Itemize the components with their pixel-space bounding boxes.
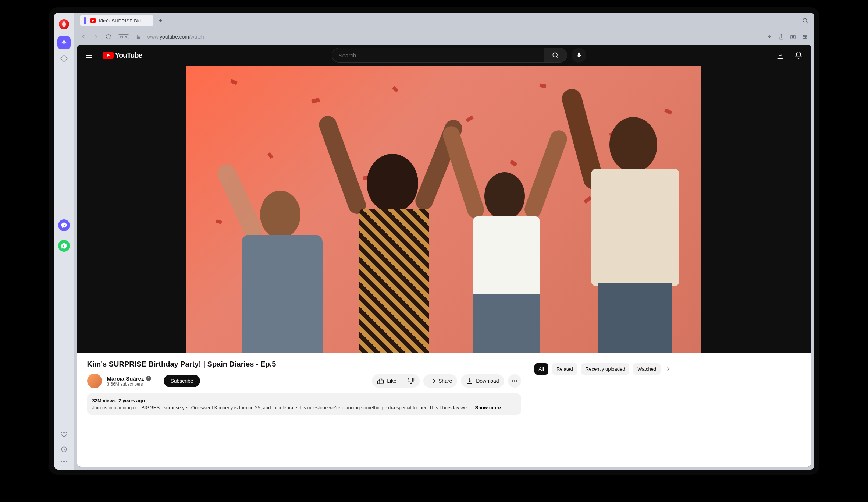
reload-icon[interactable]	[106, 34, 111, 40]
channel-name[interactable]: Márcia Suárez	[107, 375, 152, 382]
url-path: /watch	[189, 34, 204, 40]
url-display[interactable]: www.youtube.com/watch	[147, 34, 204, 40]
opera-sidebar	[54, 13, 74, 470]
notifications-icon[interactable]	[794, 51, 803, 59]
video-person	[451, 124, 558, 353]
chip-recent[interactable]: Recently uploaded	[581, 363, 630, 375]
microphone-icon	[576, 52, 582, 59]
url-domain: youtube.com	[160, 34, 189, 40]
screen: Kim's SUPRISE Birt + VPN www.youtube.com…	[54, 13, 814, 470]
verified-icon	[146, 376, 151, 381]
video-container	[77, 66, 811, 353]
url-prefix: www.	[147, 34, 160, 40]
subscribe-button[interactable]: Subscribe	[164, 375, 200, 387]
addr-right-controls	[766, 34, 808, 40]
channel-row: Márcia Suárez 3.66M subscribers Subscrib…	[87, 374, 521, 388]
chevron-right-icon	[665, 365, 672, 372]
svg-point-12	[512, 380, 513, 381]
youtube-favicon-icon	[90, 18, 96, 23]
more-actions-button[interactable]	[508, 374, 521, 388]
more-icon[interactable]	[61, 461, 67, 462]
youtube-header: YouTube	[77, 45, 811, 66]
sidebar-messenger-icon[interactable]	[58, 219, 70, 231]
svg-point-1	[803, 18, 807, 22]
hamburger-menu-icon[interactable]	[86, 53, 92, 58]
search-input[interactable]	[332, 48, 544, 63]
like-button[interactable]: Like	[372, 374, 402, 388]
youtube-logo-icon	[103, 52, 114, 59]
related-chips: All Related Recently uploaded Watched	[534, 362, 672, 375]
chip-all[interactable]: All	[534, 363, 548, 375]
video-person	[334, 110, 448, 353]
download-arrow-icon	[466, 377, 473, 385]
like-dislike-group: Like	[372, 374, 420, 388]
new-tab-button[interactable]: +	[156, 16, 165, 25]
nav-controls: VPN	[81, 34, 141, 40]
search-button[interactable]	[544, 48, 567, 63]
search-icon	[552, 52, 559, 59]
sidebar-bottom-group	[61, 431, 67, 462]
sidebar-whatsapp-icon[interactable]	[58, 240, 70, 252]
browser-tab[interactable]: Kim's SUPRISE Birt	[80, 15, 153, 26]
voice-search-button[interactable]	[572, 48, 586, 63]
tab-bar: Kim's SUPRISE Birt +	[74, 13, 814, 29]
chip-watched[interactable]: Watched	[633, 363, 661, 375]
screenshot-icon[interactable]	[790, 34, 796, 40]
chips-next-button[interactable]	[665, 365, 672, 372]
svg-rect-2	[136, 36, 139, 39]
thumbs-up-icon	[377, 377, 384, 385]
sidebar-speed-dial-icon[interactable]	[60, 55, 68, 62]
easy-setup-icon[interactable]	[802, 34, 808, 40]
share-icon[interactable]	[778, 34, 784, 40]
dislike-button[interactable]	[402, 374, 420, 388]
video-person	[220, 139, 334, 353]
description-meta: 32M views 2 years ago	[92, 398, 516, 403]
below-video: Kim's SURPRISE Birthday Party! | Spain D…	[77, 353, 811, 467]
video-person	[562, 88, 683, 353]
more-horizontal-icon	[511, 377, 518, 385]
laptop-frame: Kim's SUPRISE Birt + VPN www.youtube.com…	[49, 7, 819, 475]
description-text: Join us in planning our BIGGEST surprise…	[92, 405, 472, 410]
share-arrow-icon	[428, 377, 436, 385]
video-info: Kim's SURPRISE Birthday Party! | Spain D…	[87, 360, 521, 459]
address-bar: VPN www.youtube.com/watch	[74, 29, 814, 45]
sidebar-ai-button[interactable]	[57, 36, 71, 49]
youtube-header-right	[776, 51, 803, 59]
youtube-logo[interactable]: YouTube	[103, 51, 142, 60]
thumbs-down-icon	[407, 377, 415, 385]
opera-logo-icon[interactable]	[59, 19, 69, 29]
vpn-badge[interactable]: VPN	[118, 34, 129, 39]
svg-point-11	[553, 53, 557, 57]
video-title: Kim's SURPRISE Birthday Party! | Spain D…	[87, 360, 521, 368]
create-icon[interactable]	[776, 51, 784, 59]
show-more-button[interactable]: Show more	[475, 405, 501, 410]
back-icon[interactable]	[81, 34, 86, 40]
svg-point-10	[804, 38, 805, 39]
download-icon[interactable]	[766, 34, 772, 40]
browser-main: Kim's SUPRISE Birt + VPN www.youtube.com…	[74, 13, 814, 470]
chip-related[interactable]: Related	[552, 363, 577, 375]
history-icon[interactable]	[61, 446, 67, 453]
youtube-logo-text: YouTube	[115, 51, 142, 60]
search-wrap	[152, 48, 766, 63]
subscriber-count: 3.66M subscribers	[107, 382, 152, 387]
svg-point-13	[514, 380, 515, 381]
description-box[interactable]: 32M views 2 years ago Join us in plannin…	[87, 393, 521, 415]
tab-search-icon[interactable]	[802, 17, 808, 24]
svg-point-8	[803, 35, 804, 36]
share-button[interactable]: Share	[423, 374, 457, 388]
channel-avatar[interactable]	[87, 374, 102, 388]
forward-icon[interactable]	[93, 34, 99, 40]
channel-text: Márcia Suárez 3.66M subscribers	[107, 375, 152, 387]
heart-icon[interactable]	[61, 431, 67, 438]
svg-point-4	[792, 36, 794, 38]
page-content: YouTube	[77, 45, 811, 467]
video-player[interactable]	[186, 66, 701, 353]
search-form	[332, 48, 567, 63]
lock-icon[interactable]	[136, 34, 141, 39]
video-actions: Like Share	[372, 374, 521, 388]
svg-point-14	[516, 380, 517, 381]
download-button[interactable]: Download	[461, 374, 504, 388]
tab-active-indicator	[84, 17, 86, 24]
tab-title: Kim's SUPRISE Birt	[99, 18, 141, 24]
